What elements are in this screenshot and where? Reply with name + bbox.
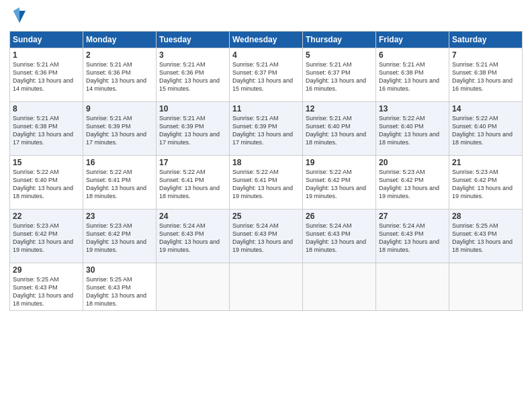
table-row: 1 Sunrise: 5:21 AMSunset: 6:36 PMDayligh… [10, 48, 83, 102]
table-row [157, 263, 230, 311]
day-number: 12 [306, 104, 373, 113]
table-row: 5 Sunrise: 5:21 AMSunset: 6:37 PMDayligh… [303, 48, 376, 102]
day-number: 26 [306, 212, 373, 221]
day-number: 17 [159, 158, 226, 167]
table-row: 12 Sunrise: 5:21 AMSunset: 6:40 PMDaylig… [303, 102, 376, 156]
day-number: 10 [159, 104, 226, 113]
day-info: Sunrise: 5:21 AMSunset: 6:39 PMDaylight:… [86, 115, 146, 146]
day-number: 13 [379, 104, 446, 113]
day-number: 2 [86, 50, 153, 60]
day-info: Sunrise: 5:21 AMSunset: 6:39 PMDaylight:… [159, 115, 220, 146]
table-row [303, 263, 376, 311]
calendar-header-row: Sunday Monday Tuesday Wednesday Thursday… [10, 32, 523, 48]
table-row: 11 Sunrise: 5:21 AMSunset: 6:39 PMDaylig… [230, 102, 303, 156]
day-number: 16 [86, 158, 153, 167]
day-number: 20 [379, 158, 446, 167]
day-number: 18 [232, 158, 300, 167]
day-number: 8 [13, 104, 80, 113]
col-thursday: Thursday [303, 32, 376, 48]
table-row: 30 Sunrise: 5:25 AMSunset: 6:43 PMDaylig… [83, 263, 157, 311]
day-number: 28 [452, 212, 519, 221]
day-number: 21 [452, 158, 519, 167]
day-info: Sunrise: 5:22 AMSunset: 6:40 PMDaylight:… [379, 115, 439, 146]
day-info: Sunrise: 5:21 AMSunset: 6:37 PMDaylight:… [232, 61, 293, 92]
day-info: Sunrise: 5:23 AMSunset: 6:42 PMDaylight:… [452, 169, 513, 199]
day-info: Sunrise: 5:21 AMSunset: 6:38 PMDaylight:… [452, 61, 513, 92]
calendar-table: Sunday Monday Tuesday Wednesday Thursday… [9, 31, 523, 311]
day-info: Sunrise: 5:21 AMSunset: 6:40 PMDaylight:… [306, 115, 366, 146]
day-info: Sunrise: 5:25 AMSunset: 6:43 PMDaylight:… [13, 276, 73, 307]
day-info: Sunrise: 5:21 AMSunset: 6:36 PMDaylight:… [86, 61, 146, 92]
day-info: Sunrise: 5:23 AMSunset: 6:42 PMDaylight:… [379, 169, 439, 199]
day-number: 6 [379, 50, 446, 60]
day-info: Sunrise: 5:22 AMSunset: 6:40 PMDaylight:… [13, 169, 73, 199]
table-row: 4 Sunrise: 5:21 AMSunset: 6:37 PMDayligh… [230, 48, 303, 102]
table-row: 14 Sunrise: 5:22 AMSunset: 6:40 PMDaylig… [449, 102, 523, 156]
svg-marker-1 [13, 7, 19, 23]
day-number: 25 [232, 212, 300, 221]
day-number: 30 [86, 265, 153, 275]
table-row: 7 Sunrise: 5:21 AMSunset: 6:38 PMDayligh… [449, 48, 523, 102]
day-info: Sunrise: 5:23 AMSunset: 6:42 PMDaylight:… [13, 222, 73, 253]
page: Sunday Monday Tuesday Wednesday Thursday… [0, 0, 532, 411]
table-row: 6 Sunrise: 5:21 AMSunset: 6:38 PMDayligh… [376, 48, 449, 102]
table-row: 28 Sunrise: 5:25 AMSunset: 6:43 PMDaylig… [449, 210, 523, 263]
day-number: 3 [159, 50, 226, 60]
col-monday: Monday [83, 32, 157, 48]
day-number: 23 [86, 212, 153, 221]
day-number: 19 [306, 158, 373, 167]
table-row: 25 Sunrise: 5:24 AMSunset: 6:43 PMDaylig… [230, 210, 303, 263]
day-info: Sunrise: 5:21 AMSunset: 6:38 PMDaylight:… [379, 61, 439, 92]
col-sunday: Sunday [10, 32, 83, 48]
table-row [376, 263, 449, 311]
table-row: 21 Sunrise: 5:23 AMSunset: 6:42 PMDaylig… [449, 156, 523, 210]
table-row: 18 Sunrise: 5:22 AMSunset: 6:41 PMDaylig… [230, 156, 303, 210]
day-info: Sunrise: 5:21 AMSunset: 6:39 PMDaylight:… [232, 115, 293, 146]
day-info: Sunrise: 5:23 AMSunset: 6:42 PMDaylight:… [86, 222, 146, 253]
day-info: Sunrise: 5:21 AMSunset: 6:37 PMDaylight:… [306, 61, 366, 92]
day-info: Sunrise: 5:24 AMSunset: 6:43 PMDaylight:… [232, 222, 293, 253]
day-number: 15 [13, 158, 80, 167]
day-number: 4 [232, 50, 300, 60]
table-row: 3 Sunrise: 5:21 AMSunset: 6:36 PMDayligh… [157, 48, 230, 102]
table-row: 9 Sunrise: 5:21 AMSunset: 6:39 PMDayligh… [83, 102, 157, 156]
col-saturday: Saturday [449, 32, 523, 48]
day-info: Sunrise: 5:22 AMSunset: 6:41 PMDaylight:… [232, 169, 293, 199]
day-info: Sunrise: 5:21 AMSunset: 6:36 PMDaylight:… [159, 61, 220, 92]
col-friday: Friday [376, 32, 449, 48]
day-number: 1 [13, 50, 80, 60]
day-info: Sunrise: 5:21 AMSunset: 6:38 PMDaylight:… [13, 115, 73, 146]
table-row: 8 Sunrise: 5:21 AMSunset: 6:38 PMDayligh… [10, 102, 83, 156]
day-number: 11 [232, 104, 300, 113]
day-info: Sunrise: 5:22 AMSunset: 6:40 PMDaylight:… [452, 115, 513, 146]
day-number: 7 [452, 50, 519, 60]
table-row: 23 Sunrise: 5:23 AMSunset: 6:42 PMDaylig… [83, 210, 157, 263]
table-row: 20 Sunrise: 5:23 AMSunset: 6:42 PMDaylig… [376, 156, 449, 210]
day-info: Sunrise: 5:25 AMSunset: 6:43 PMDaylight:… [86, 276, 146, 307]
logo [9, 7, 27, 26]
table-row: 24 Sunrise: 5:24 AMSunset: 6:43 PMDaylig… [157, 210, 230, 263]
day-number: 29 [13, 265, 80, 275]
table-row: 2 Sunrise: 5:21 AMSunset: 6:36 PMDayligh… [83, 48, 157, 102]
table-row: 17 Sunrise: 5:22 AMSunset: 6:41 PMDaylig… [157, 156, 230, 210]
day-info: Sunrise: 5:24 AMSunset: 6:43 PMDaylight:… [159, 222, 220, 253]
day-info: Sunrise: 5:25 AMSunset: 6:43 PMDaylight:… [452, 222, 513, 253]
table-row: 22 Sunrise: 5:23 AMSunset: 6:42 PMDaylig… [10, 210, 83, 263]
table-row: 19 Sunrise: 5:22 AMSunset: 6:42 PMDaylig… [303, 156, 376, 210]
day-info: Sunrise: 5:21 AMSunset: 6:36 PMDaylight:… [13, 61, 73, 92]
logo-icon [12, 7, 27, 26]
table-row [449, 263, 523, 311]
day-number: 24 [159, 212, 226, 221]
day-info: Sunrise: 5:24 AMSunset: 6:43 PMDaylight:… [379, 222, 439, 253]
col-wednesday: Wednesday [230, 32, 303, 48]
table-row: 29 Sunrise: 5:25 AMSunset: 6:43 PMDaylig… [10, 263, 83, 311]
day-number: 5 [306, 50, 373, 60]
day-info: Sunrise: 5:24 AMSunset: 6:43 PMDaylight:… [306, 222, 366, 253]
table-row: 15 Sunrise: 5:22 AMSunset: 6:40 PMDaylig… [10, 156, 83, 210]
header [9, 7, 523, 26]
table-row: 10 Sunrise: 5:21 AMSunset: 6:39 PMDaylig… [157, 102, 230, 156]
day-number: 9 [86, 104, 153, 113]
col-tuesday: Tuesday [157, 32, 230, 48]
day-number: 22 [13, 212, 80, 221]
table-row: 26 Sunrise: 5:24 AMSunset: 6:43 PMDaylig… [303, 210, 376, 263]
